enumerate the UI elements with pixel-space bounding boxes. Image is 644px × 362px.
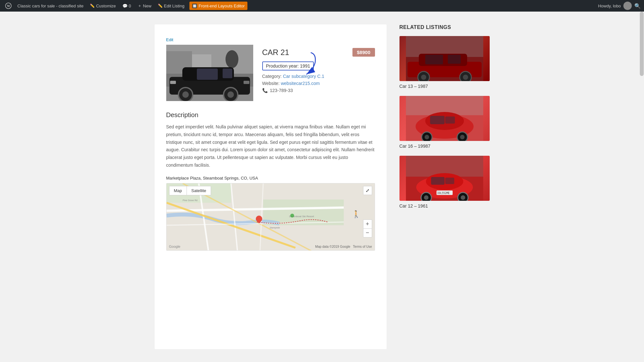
svg-text:W: W bbox=[7, 4, 10, 8]
site-name: Classic cars for sale - classified site bbox=[17, 4, 83, 8]
website-value[interactable]: websitecar215.com bbox=[281, 81, 320, 86]
svg-rect-19 bbox=[170, 81, 176, 84]
admin-avatar bbox=[623, 2, 632, 10]
listing-title: CAR 21 bbox=[262, 48, 289, 57]
sidebar: RELATED LISTINGS bbox=[399, 24, 490, 349]
customize-pencil-icon: ✏️ bbox=[90, 4, 95, 8]
listing-title-row: CAR 21 $8900 bbox=[262, 48, 375, 57]
phone-row: 📞 123-789-33 bbox=[262, 88, 375, 93]
category-label: Category: bbox=[262, 74, 282, 79]
listing-header: CAR 21 $8900 Production year: 1991 Categ… bbox=[166, 45, 375, 101]
map-expand-button[interactable]: ⤢ bbox=[363, 186, 372, 195]
production-year-badge: Production year: 1991 bbox=[262, 61, 314, 70]
related-item-2[interactable]: Car 16 – 19987 bbox=[399, 96, 490, 149]
listing-price: $8900 bbox=[352, 48, 375, 57]
howdy-text: Howdy, lobo bbox=[598, 4, 621, 8]
website-row: Website: websitecar215.com bbox=[262, 81, 375, 86]
svg-rect-40 bbox=[425, 55, 443, 64]
svg-rect-20 bbox=[244, 81, 249, 84]
svg-point-55 bbox=[460, 135, 465, 139]
main-content: Edit bbox=[155, 24, 387, 349]
related-item-1-title: Car 13 – 1987 bbox=[399, 84, 490, 89]
category-value[interactable]: Car subcategory C.1 bbox=[283, 74, 324, 79]
edit-pencil-icon: ✏️ bbox=[158, 4, 163, 8]
svg-rect-14 bbox=[223, 69, 232, 78]
svg-point-9 bbox=[226, 50, 238, 68]
svg-point-63 bbox=[424, 195, 428, 200]
svg-rect-41 bbox=[448, 55, 461, 64]
map-tab-map[interactable]: Map bbox=[169, 186, 187, 195]
phone-number: 123-789-33 bbox=[270, 88, 293, 93]
google-logo: Google bbox=[169, 245, 180, 248]
car-image-3: IOL552ME bbox=[399, 156, 490, 201]
svg-rect-60 bbox=[431, 177, 445, 185]
layout-icon: 🔲 bbox=[192, 4, 197, 8]
svg-point-18 bbox=[227, 91, 234, 98]
edit-listing-link[interactable]: ✏️ Edit Listing bbox=[155, 0, 187, 12]
map-zoom-in[interactable]: + bbox=[363, 219, 372, 228]
map-zoom-out[interactable]: − bbox=[363, 228, 372, 237]
svg-rect-51 bbox=[445, 116, 455, 124]
related-item-1-image bbox=[399, 36, 490, 81]
search-icon[interactable]: 🔍 bbox=[634, 3, 641, 9]
svg-point-45 bbox=[463, 75, 468, 80]
related-item-1[interactable]: Car 13 – 1987 bbox=[399, 36, 490, 89]
related-item-2-image bbox=[399, 96, 490, 141]
svg-rect-61 bbox=[445, 178, 454, 184]
svg-point-53 bbox=[425, 135, 429, 139]
map-zoom-controls: + − bbox=[363, 219, 372, 237]
related-listings-title: RELATED LISTINGS bbox=[399, 24, 490, 30]
plus-icon: ＋ bbox=[138, 3, 142, 9]
svg-point-16 bbox=[182, 91, 189, 98]
description-title: Description bbox=[166, 111, 375, 119]
customize-link[interactable]: ✏️ Customize bbox=[87, 0, 118, 12]
svg-rect-13 bbox=[197, 69, 218, 80]
svg-point-65 bbox=[461, 195, 465, 200]
related-item-3-image: IOL552ME bbox=[399, 156, 490, 201]
map-container: Steamboat Ski Resort Pine Grove Rd Stamp… bbox=[166, 183, 375, 251]
description-text: Sed eget imperdiet velit. Nulla pulvinar… bbox=[166, 123, 375, 169]
svg-point-43 bbox=[421, 75, 426, 80]
car-image-inner bbox=[166, 45, 253, 101]
car-image-2 bbox=[399, 96, 490, 141]
site-name-link[interactable]: Classic cars for sale - classified site bbox=[15, 0, 86, 12]
phone-icon: 📞 bbox=[262, 88, 268, 93]
scrollbar-track bbox=[639, 12, 644, 362]
admin-bar-right: Howdy, lobo 🔍 bbox=[598, 2, 641, 10]
listing-image bbox=[166, 45, 253, 101]
edit-link[interactable]: Edit bbox=[166, 37, 375, 42]
comment-icon: 💬 bbox=[122, 4, 128, 8]
map-footer-text: Map data ©2019 Google Terms of Use bbox=[315, 245, 372, 248]
map-address: Marketplace Plaza, Steamboat Springs, CO… bbox=[166, 176, 375, 181]
svg-text:Stampede: Stampede bbox=[270, 227, 280, 229]
svg-text:Pine Grove Rd: Pine Grove Rd bbox=[183, 199, 197, 201]
website-label: Website: bbox=[262, 81, 280, 86]
listing-info: CAR 21 $8900 Production year: 1991 Categ… bbox=[262, 45, 375, 101]
wp-logo[interactable]: W bbox=[3, 0, 14, 12]
related-item-3-title: Car 12 – 1961 bbox=[399, 203, 490, 209]
comments-link[interactable]: 💬 0 bbox=[120, 0, 134, 12]
car-image-1 bbox=[399, 36, 490, 81]
page-wrapper: Edit bbox=[0, 12, 644, 362]
new-link[interactable]: ＋ New bbox=[135, 0, 154, 12]
related-item-2-title: Car 16 – 19987 bbox=[399, 144, 490, 149]
svg-rect-50 bbox=[430, 116, 445, 124]
related-item-3[interactable]: IOL552ME Car 12 – 1961 bbox=[399, 156, 490, 209]
pegman-icon[interactable]: 🚶 bbox=[352, 210, 360, 218]
map-tab-satellite[interactable]: Satellite bbox=[187, 186, 211, 195]
scrollbar-thumb[interactable] bbox=[640, 12, 644, 76]
svg-point-35 bbox=[290, 214, 294, 218]
category-row: Category: Car subcategory C.1 bbox=[262, 74, 375, 79]
admin-bar: W Classic cars for sale - classified sit… bbox=[0, 0, 644, 12]
description-section: Description Sed eget imperdiet velit. Nu… bbox=[166, 111, 375, 251]
frontend-editor-button[interactable]: 🔲 Front-end Layouts Editor bbox=[189, 2, 247, 10]
map-tab-controls: Map Satellite bbox=[169, 186, 211, 195]
svg-text:IOL552ME: IOL552ME bbox=[437, 192, 450, 195]
map-marker bbox=[256, 216, 262, 224]
